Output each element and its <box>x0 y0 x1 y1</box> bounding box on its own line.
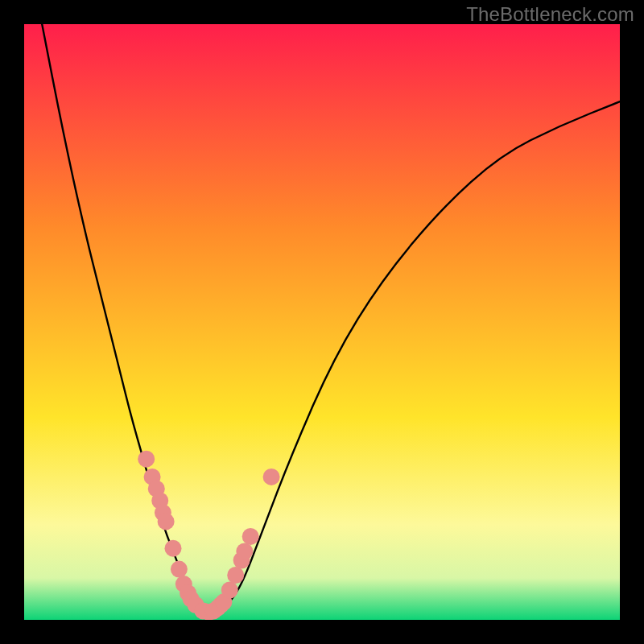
chart-background <box>24 24 620 620</box>
data-marker <box>227 567 244 584</box>
watermark-text: TheBottleneck.com <box>466 3 634 26</box>
chart-plot-area <box>24 24 620 620</box>
data-marker <box>242 528 259 545</box>
data-marker <box>263 469 280 485</box>
chart-svg <box>24 24 620 620</box>
data-marker <box>221 582 238 599</box>
data-marker <box>236 543 253 559</box>
data-marker <box>138 451 155 468</box>
data-marker <box>165 540 182 557</box>
data-marker <box>158 513 175 530</box>
data-marker <box>171 561 188 578</box>
